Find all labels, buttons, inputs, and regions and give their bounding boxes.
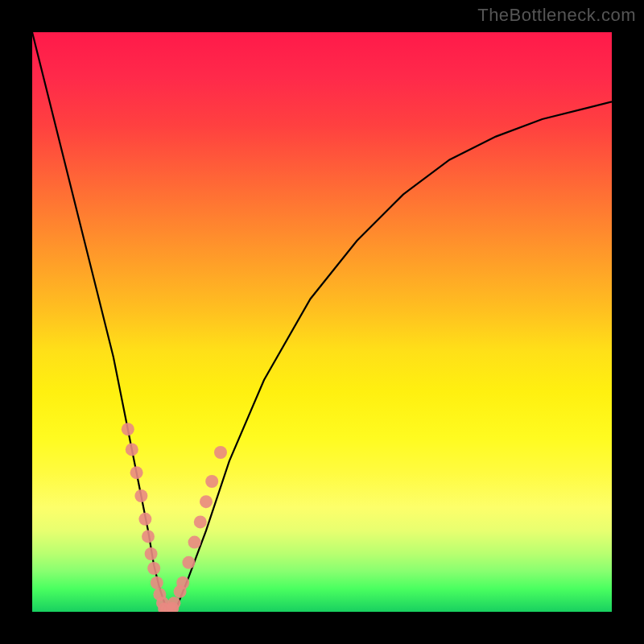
data-point bbox=[138, 513, 151, 526]
data-point bbox=[126, 443, 138, 456]
chart-svg bbox=[32, 32, 612, 612]
data-point bbox=[176, 576, 189, 589]
data-point bbox=[214, 446, 227, 459]
data-point bbox=[182, 556, 195, 569]
data-point bbox=[145, 547, 158, 560]
watermark-text: TheBottleneck.com bbox=[477, 5, 636, 26]
data-point bbox=[134, 489, 147, 502]
data-point bbox=[194, 515, 207, 528]
data-point bbox=[151, 576, 163, 589]
canvas-frame: TheBottleneck.com bbox=[0, 0, 644, 644]
data-point bbox=[122, 423, 134, 436]
data-point bbox=[205, 475, 218, 488]
plot-area bbox=[32, 32, 612, 612]
data-point bbox=[142, 530, 155, 543]
data-point bbox=[147, 562, 160, 575]
bottleneck-curve-line bbox=[32, 32, 612, 612]
data-point bbox=[130, 466, 143, 479]
data-point bbox=[188, 536, 201, 549]
data-point bbox=[200, 495, 213, 508]
